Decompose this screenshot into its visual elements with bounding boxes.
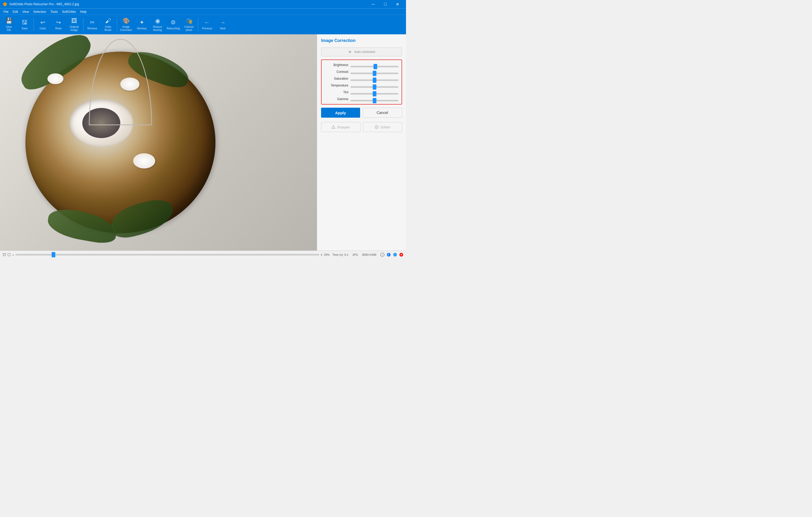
- menu-help[interactable]: Help: [78, 9, 89, 14]
- toolbar-separator-4: [198, 18, 198, 31]
- original-image-icon: 🖼: [71, 18, 77, 24]
- toolbar-original-image[interactable]: 🖼 OriginalImage: [66, 16, 82, 33]
- time-label: Time (s): 0.1: [332, 253, 348, 256]
- maximize-button[interactable]: □: [379, 0, 391, 8]
- menu-softorbits[interactable]: SoftOrbits: [60, 9, 78, 14]
- gamma-label: Gamma: [325, 97, 348, 101]
- menu-edit[interactable]: Edit: [10, 9, 20, 14]
- zoom-select-icon: [7, 253, 11, 256]
- soften-label: Soften: [380, 125, 390, 129]
- soften-button[interactable]: Soften: [363, 122, 402, 132]
- toolbar-denoise-label: Denoise: [137, 27, 147, 30]
- svg-line-7: [3, 253, 4, 254]
- auto-correction-icon: [348, 50, 352, 54]
- save-icon: 🖫: [22, 19, 28, 26]
- toolbar-previous-label: Previous: [202, 27, 212, 30]
- sharpen-button[interactable]: Sharpen: [321, 122, 360, 132]
- status-bar: – + 25% Time (s): 0.1 JPG 3580×2408 i f …: [0, 250, 406, 258]
- temperature-row: Temperature: [325, 84, 398, 87]
- time-label-text: Time (s):: [332, 253, 344, 256]
- info-icon[interactable]: i: [380, 253, 384, 257]
- tint-slider[interactable]: [350, 93, 398, 95]
- toolbar-previous[interactable]: ← Previous: [200, 16, 215, 33]
- menu-file[interactable]: File: [1, 9, 10, 14]
- zoom-percent: 25%: [324, 253, 330, 256]
- twitter-icon[interactable]: t: [393, 253, 397, 257]
- gamma-slider[interactable]: [350, 100, 398, 101]
- toolbar-retouching-label: Retouching: [167, 27, 180, 30]
- cancel-button[interactable]: Cancel: [363, 108, 402, 118]
- svg-line-8: [5, 253, 6, 254]
- right-panel: Image Correction Auto correction Brightn…: [317, 34, 406, 250]
- minimize-button[interactable]: ─: [367, 0, 379, 8]
- apply-button[interactable]: Apply: [321, 108, 360, 118]
- saturation-slider[interactable]: [350, 80, 398, 81]
- dimensions-label: 3580×2408: [362, 253, 376, 256]
- remove-icon: ✂: [90, 19, 95, 26]
- toolbar-original-label: OriginalImage: [70, 25, 79, 32]
- denoise-icon: ✦: [140, 19, 144, 26]
- title-bar: SoftOrbits Photo Retoucher Pro - IMG_460…: [0, 0, 406, 8]
- toolbar-separator-1: [33, 18, 34, 31]
- brightness-slider[interactable]: [350, 66, 398, 67]
- window-title: SoftOrbits Photo Retoucher Pro - IMG_460…: [9, 2, 79, 6]
- toolbar-save[interactable]: 🖫 Save: [17, 16, 32, 33]
- redo-icon: ↪: [56, 19, 61, 26]
- toolbar-colorize-photo[interactable]: 🎭 Colorizephoto: [181, 16, 197, 33]
- zoom-plus-icon[interactable]: +: [321, 253, 323, 257]
- status-right: Time (s): 0.1 JPG 3580×2408 i f t: [332, 253, 403, 257]
- title-bar-controls: ─ □ ✕: [367, 0, 403, 8]
- title-bar-left: SoftOrbits Photo Retoucher Pro - IMG_460…: [3, 2, 79, 6]
- toolbar-save-file[interactable]: 💾 SaveFile: [1, 16, 17, 33]
- menu-tools[interactable]: Tools: [48, 9, 60, 14]
- toolbar-next[interactable]: → Next: [215, 16, 230, 33]
- contrast-slider[interactable]: [350, 72, 398, 74]
- toolbar-image-correction[interactable]: 🎨 ImageCorrection: [118, 16, 134, 33]
- save-file-icon: 💾: [5, 18, 12, 24]
- toolbar-redo-label: Redo: [55, 27, 62, 30]
- svg-text:i: i: [382, 254, 383, 256]
- contrast-label: Contrast: [325, 70, 348, 73]
- saturation-label: Saturation: [325, 77, 348, 81]
- zoom-minus-icon[interactable]: –: [12, 253, 14, 257]
- facebook-icon[interactable]: f: [386, 253, 391, 257]
- temperature-slider[interactable]: [350, 86, 398, 88]
- colorize-photo-icon: 🎭: [185, 18, 193, 24]
- photo-display: [0, 34, 317, 250]
- zoom-slider[interactable]: [16, 254, 319, 255]
- toolbar-undo[interactable]: ↩ Undo: [35, 16, 50, 33]
- svg-point-4: [375, 125, 378, 129]
- app-logo-icon: [3, 2, 7, 6]
- toolbar-undo-brush[interactable]: 🖌 UndoBrush: [100, 16, 116, 33]
- toolbar: 💾 SaveFile 🖫 Save ↩ Undo ↪ Redo 🖼 Origin…: [0, 15, 406, 34]
- toolbar-undo-label: Undo: [39, 27, 46, 30]
- toolbar-denoise[interactable]: ✦ Denoise: [134, 16, 149, 33]
- menu-selection[interactable]: Selection: [31, 9, 48, 14]
- temperature-track: [350, 85, 398, 86]
- tint-label: Tint: [325, 90, 348, 94]
- toolbar-undo-brush-label: UndoBrush: [105, 25, 111, 32]
- brightness-row: Brightness: [325, 63, 398, 67]
- next-icon: →: [220, 19, 226, 26]
- toolbar-remove-label: Remove: [87, 27, 97, 30]
- zoom-fit-icon: [3, 253, 6, 256]
- youtube-icon[interactable]: [399, 253, 403, 257]
- toolbar-remove[interactable]: ✂ Remove: [85, 16, 100, 33]
- auto-correction-button[interactable]: Auto correction: [321, 48, 402, 56]
- toolbar-save-label: Save: [22, 27, 28, 30]
- undo-brush-icon: 🖌: [105, 18, 111, 24]
- toolbar-reduce-blurring[interactable]: ◉ Reduceblurring: [150, 16, 165, 33]
- action-buttons: Apply Cancel: [321, 108, 402, 118]
- toolbar-retouching[interactable]: ⚙ Retouching: [166, 16, 181, 33]
- menu-view[interactable]: View: [20, 9, 31, 14]
- close-button[interactable]: ✕: [391, 0, 403, 8]
- toolbar-redo[interactable]: ↪ Redo: [51, 16, 66, 33]
- toolbar-colorize-photo-label: Colorizephoto: [184, 25, 194, 32]
- toolbar-image-correction-label: ImageCorrection: [120, 25, 132, 32]
- retouching-icon: ⚙: [171, 19, 176, 26]
- contrast-track: [350, 71, 398, 72]
- sharpen-label: Sharpen: [337, 125, 350, 129]
- undo-icon: ↩: [40, 19, 45, 26]
- gamma-track: [350, 98, 398, 100]
- previous-icon: ←: [204, 19, 210, 26]
